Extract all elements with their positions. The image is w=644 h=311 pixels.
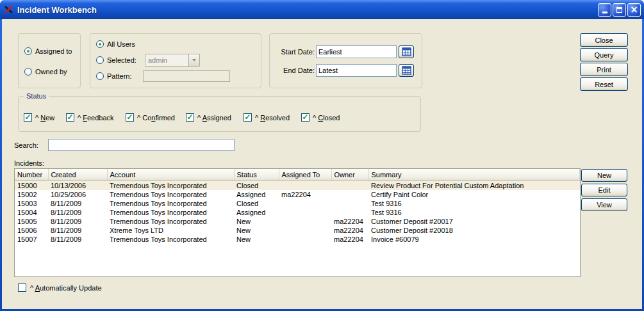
cell-created: 8/11/2009: [48, 199, 107, 208]
radio-assigned-to[interactable]: Assigned to: [24, 47, 72, 55]
cell-status: Assigned: [234, 208, 279, 217]
incident-edit-button[interactable]: Edit: [581, 184, 627, 196]
radio-all-users[interactable]: All Users: [96, 40, 135, 48]
incident-button-stack: NewEditView: [581, 169, 627, 211]
minimize-button[interactable]: [598, 3, 611, 17]
column-header-number[interactable]: Number: [15, 169, 48, 180]
window-controls: ×: [597, 3, 641, 17]
cell-account: Tremendous Toys Incorporated: [107, 235, 234, 244]
cell-account: Tremendous Toys Incorporated: [107, 180, 234, 190]
cell-assigned-to: [279, 180, 331, 190]
radio-label: All Users: [107, 40, 135, 48]
combobox-dropdown-button: [188, 54, 199, 66]
incident-view-button[interactable]: View: [581, 198, 627, 211]
incident-row[interactable]: 150058/11/2009Tremendous Toys Incorporat…: [15, 217, 580, 226]
cell-account: Tremendous Toys Incorporated: [107, 217, 234, 226]
status-checkbox-resolved[interactable]: ^ Resolved: [244, 113, 290, 122]
cell-created: 8/11/2009: [48, 235, 107, 244]
cell-owner: ma22204: [331, 217, 368, 226]
calendar-icon: [402, 66, 411, 75]
incident-row[interactable]: 150048/11/2009Tremendous Toys Incorporat…: [15, 208, 580, 217]
status-checkbox-closed[interactable]: ^ Closed: [301, 113, 340, 122]
checkbox-label: ^ Resolved: [255, 114, 290, 122]
cell-account: Tremendous Toys Incorporated: [107, 199, 234, 208]
cell-owner: ma22204: [331, 226, 368, 235]
cell-account: Tremendous Toys Incorporated: [107, 208, 234, 217]
radio-pattern[interactable]: Pattern:: [96, 72, 132, 80]
checkbox-icon: [24, 113, 32, 122]
status-checkbox-assigned[interactable]: ^ Assigned: [186, 113, 231, 122]
column-header-created[interactable]: Created: [48, 169, 107, 180]
column-header-summary[interactable]: Summary: [368, 169, 580, 180]
cell-number: 15002: [15, 190, 48, 199]
radio-label: Selected:: [107, 56, 136, 64]
cell-summary: Certify Paint Color: [368, 190, 580, 199]
cell-owner: [331, 180, 368, 190]
radio-icon: [96, 56, 104, 64]
table-header-row: NumberCreatedAccountStatusAssigned ToOwn…: [15, 169, 580, 180]
status-group-label: Status: [24, 92, 49, 100]
cell-owner: [331, 190, 368, 199]
status-checkbox-confirmed[interactable]: ^ Confirmed: [126, 113, 175, 122]
window-title: Incident Workbench: [17, 5, 597, 15]
cell-owner: ma22204: [331, 235, 368, 244]
incident-row[interactable]: 1500010/13/2006Tremendous Toys Incorpora…: [15, 180, 580, 190]
incident-row[interactable]: 150038/11/2009Tremendous Toys Incorporat…: [15, 199, 580, 208]
combobox-value: admin: [145, 54, 188, 66]
start-date-input[interactable]: [316, 45, 397, 58]
cell-status: New: [234, 235, 279, 244]
status-checkbox-new[interactable]: ^ New: [24, 113, 54, 122]
cell-created: 8/11/2009: [48, 226, 107, 235]
radio-label: Pattern:: [107, 72, 132, 80]
query-button[interactable]: Query: [580, 48, 628, 61]
radio-selected[interactable]: Selected:: [96, 56, 136, 64]
checkbox-label: ^ New: [35, 114, 54, 122]
radio-owned-by[interactable]: Owned by: [24, 68, 67, 76]
cell-assigned-to: [279, 217, 331, 226]
status-checkbox-feedback[interactable]: ^ Feedback: [66, 113, 114, 122]
end-date-input[interactable]: [316, 64, 397, 77]
dialog-body: Assigned toOwned by All UsersSelected:Pa…: [2, 19, 642, 309]
cell-number: 15000: [15, 180, 48, 190]
titlebar[interactable]: Incident Workbench ×: [0, 0, 644, 19]
checkbox-icon: [126, 113, 134, 122]
column-header-account[interactable]: Account: [107, 169, 234, 180]
cell-created: 8/11/2009: [48, 217, 107, 226]
radio-label: Owned by: [35, 68, 67, 76]
column-header-assigned-to[interactable]: Assigned To: [279, 169, 331, 180]
date-range-groupbox: Start Date: End Date:: [269, 33, 422, 88]
reset-button[interactable]: Reset: [580, 77, 628, 91]
status-groupbox: Status ^ New^ Feedback^ Confirmed^ Assig…: [18, 96, 421, 132]
search-input[interactable]: [48, 139, 235, 151]
column-header-status[interactable]: Status: [234, 169, 279, 180]
start-date-calendar-button[interactable]: [399, 45, 414, 58]
assignment-groupbox: Assigned toOwned by: [18, 33, 81, 88]
column-header-owner[interactable]: Owner: [331, 169, 368, 180]
cell-number: 15007: [15, 235, 48, 244]
incident-row[interactable]: 1500210/25/2006Tremendous Toys Incorpora…: [15, 190, 580, 199]
auto-update-checkbox[interactable]: ^ Automatically Update: [18, 283, 102, 292]
cell-created: 8/11/2009: [48, 208, 107, 217]
checkbox-icon: [66, 113, 74, 122]
maximize-button[interactable]: [613, 3, 626, 17]
cell-summary: Customer Deposit #20018: [368, 226, 580, 235]
cell-created: 10/13/2006: [48, 180, 107, 190]
print-button[interactable]: Print: [580, 63, 628, 76]
close-icon: ×: [630, 4, 638, 15]
incident-row[interactable]: 150068/11/2009Xtreme Toys LTDNewma22204C…: [15, 226, 580, 235]
incident-new-button[interactable]: New: [581, 169, 627, 182]
cell-owner: [331, 208, 368, 217]
cell-number: 15005: [15, 217, 48, 226]
close-button[interactable]: Close: [580, 33, 628, 47]
end-date-calendar-button[interactable]: [399, 64, 414, 77]
incident-workbench-window: Incident Workbench × Assigned toOwned by…: [0, 0, 644, 311]
cell-number: 15003: [15, 199, 48, 208]
calendar-icon: [402, 47, 411, 56]
close-window-button[interactable]: ×: [627, 3, 641, 17]
selected-user-combobox: admin: [145, 54, 200, 67]
cell-summary: Invoice #60079: [368, 235, 580, 244]
cell-status: Closed: [234, 199, 279, 208]
pattern-input: [143, 70, 230, 82]
cell-account: Xtreme Toys LTD: [107, 226, 234, 235]
incident-row[interactable]: 150078/11/2009Tremendous Toys Incorporat…: [15, 235, 580, 244]
